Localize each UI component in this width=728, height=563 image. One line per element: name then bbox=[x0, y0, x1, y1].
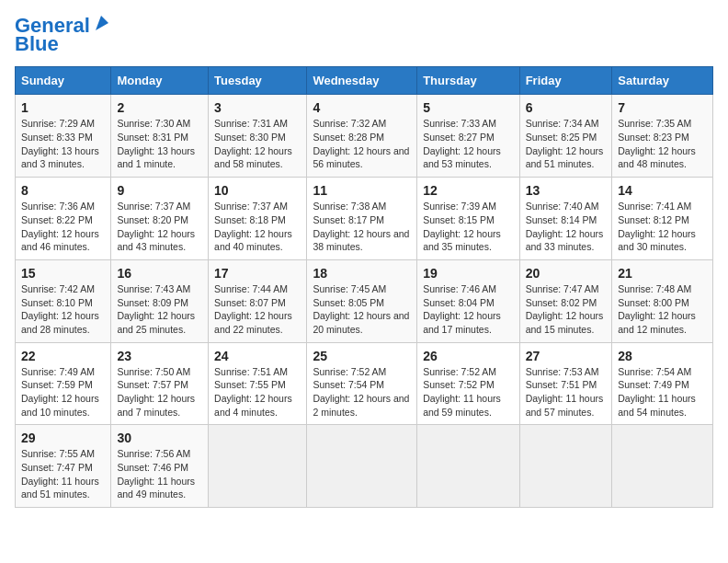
day-number: 3 bbox=[214, 100, 301, 115]
day-number: 17 bbox=[214, 266, 301, 281]
day-info: Sunrise: 7:54 AMSunset: 7:49 PMDaylight:… bbox=[618, 366, 696, 418]
day-number: 8 bbox=[21, 183, 105, 198]
calendar-cell bbox=[307, 425, 417, 508]
day-info: Sunrise: 7:43 AMSunset: 8:09 PMDaylight:… bbox=[117, 283, 195, 335]
day-number: 19 bbox=[423, 266, 513, 281]
header-thursday: Thursday bbox=[417, 67, 519, 95]
day-number: 22 bbox=[21, 349, 105, 363]
day-number: 28 bbox=[618, 349, 707, 363]
page-header: General Blue bbox=[15, 15, 713, 55]
day-number: 27 bbox=[526, 349, 607, 363]
day-info: Sunrise: 7:47 AMSunset: 8:02 PMDaylight:… bbox=[526, 283, 604, 335]
calendar-cell: 11 Sunrise: 7:38 AMSunset: 8:17 PMDaylig… bbox=[307, 178, 417, 260]
calendar-cell: 6 Sunrise: 7:34 AMSunset: 8:25 PMDayligh… bbox=[519, 95, 612, 178]
header-wednesday: Wednesday bbox=[307, 67, 417, 95]
day-info: Sunrise: 7:41 AMSunset: 8:12 PMDaylight:… bbox=[618, 201, 696, 252]
day-number: 14 bbox=[618, 183, 707, 198]
calendar-cell: 15 Sunrise: 7:42 AMSunset: 8:10 PMDaylig… bbox=[16, 259, 111, 342]
day-info: Sunrise: 7:44 AMSunset: 8:07 PMDaylight:… bbox=[214, 283, 292, 335]
calendar-cell: 25 Sunrise: 7:52 AMSunset: 7:54 PMDaylig… bbox=[307, 342, 417, 425]
day-info: Sunrise: 7:53 AMSunset: 7:51 PMDaylight:… bbox=[526, 366, 604, 418]
week-row-4: 22 Sunrise: 7:49 AMSunset: 7:59 PMDaylig… bbox=[16, 342, 713, 425]
week-row-3: 15 Sunrise: 7:42 AMSunset: 8:10 PMDaylig… bbox=[16, 259, 713, 342]
calendar-cell: 26 Sunrise: 7:52 AMSunset: 7:52 PMDaylig… bbox=[417, 342, 519, 425]
day-number: 30 bbox=[117, 431, 202, 445]
calendar-cell: 19 Sunrise: 7:46 AMSunset: 8:04 PMDaylig… bbox=[417, 259, 519, 342]
day-info: Sunrise: 7:52 AMSunset: 7:52 PMDaylight:… bbox=[423, 366, 501, 418]
calendar-cell: 24 Sunrise: 7:51 AMSunset: 7:55 PMDaylig… bbox=[209, 342, 307, 425]
calendar-cell: 5 Sunrise: 7:33 AMSunset: 8:27 PMDayligh… bbox=[417, 95, 519, 178]
calendar-cell: 14 Sunrise: 7:41 AMSunset: 8:12 PMDaylig… bbox=[612, 178, 713, 260]
calendar-table: SundayMondayTuesdayWednesdayThursdayFrid… bbox=[15, 66, 713, 508]
calendar-cell: 2 Sunrise: 7:30 AMSunset: 8:31 PMDayligh… bbox=[111, 95, 209, 178]
calendar-cell bbox=[417, 425, 519, 508]
day-info: Sunrise: 7:35 AMSunset: 8:23 PMDaylight:… bbox=[618, 118, 696, 169]
day-number: 4 bbox=[313, 100, 411, 115]
calendar-cell bbox=[209, 425, 307, 508]
day-number: 2 bbox=[117, 100, 202, 115]
calendar-cell: 9 Sunrise: 7:37 AMSunset: 8:20 PMDayligh… bbox=[111, 178, 209, 260]
week-row-5: 29 Sunrise: 7:55 AMSunset: 7:47 PMDaylig… bbox=[16, 425, 713, 508]
logo: General Blue bbox=[15, 15, 112, 55]
day-info: Sunrise: 7:45 AMSunset: 8:05 PMDaylight:… bbox=[313, 283, 409, 335]
header-sunday: Sunday bbox=[16, 67, 111, 95]
calendar-cell: 21 Sunrise: 7:48 AMSunset: 8:00 PMDaylig… bbox=[612, 259, 713, 342]
day-number: 23 bbox=[117, 349, 202, 363]
day-number: 1 bbox=[21, 100, 105, 115]
calendar-cell: 12 Sunrise: 7:39 AMSunset: 8:15 PMDaylig… bbox=[417, 178, 519, 260]
day-info: Sunrise: 7:40 AMSunset: 8:14 PMDaylight:… bbox=[526, 201, 604, 252]
day-info: Sunrise: 7:37 AMSunset: 8:18 PMDaylight:… bbox=[214, 201, 292, 252]
day-number: 20 bbox=[526, 266, 607, 281]
calendar-cell: 20 Sunrise: 7:47 AMSunset: 8:02 PMDaylig… bbox=[519, 259, 612, 342]
calendar-cell: 28 Sunrise: 7:54 AMSunset: 7:49 PMDaylig… bbox=[612, 342, 713, 425]
day-info: Sunrise: 7:39 AMSunset: 8:15 PMDaylight:… bbox=[423, 201, 501, 252]
day-info: Sunrise: 7:55 AMSunset: 7:47 PMDaylight:… bbox=[21, 448, 99, 500]
calendar-cell: 22 Sunrise: 7:49 AMSunset: 7:59 PMDaylig… bbox=[16, 342, 111, 425]
day-info: Sunrise: 7:51 AMSunset: 7:55 PMDaylight:… bbox=[214, 366, 292, 418]
week-row-2: 8 Sunrise: 7:36 AMSunset: 8:22 PMDayligh… bbox=[16, 178, 713, 260]
day-number: 21 bbox=[618, 266, 707, 281]
calendar-cell: 3 Sunrise: 7:31 AMSunset: 8:30 PMDayligh… bbox=[209, 95, 307, 178]
day-info: Sunrise: 7:34 AMSunset: 8:25 PMDaylight:… bbox=[526, 118, 604, 169]
day-info: Sunrise: 7:49 AMSunset: 7:59 PMDaylight:… bbox=[21, 366, 99, 418]
day-info: Sunrise: 7:52 AMSunset: 7:54 PMDaylight:… bbox=[313, 366, 409, 418]
calendar-cell: 30 Sunrise: 7:56 AMSunset: 7:46 PMDaylig… bbox=[111, 425, 209, 508]
day-number: 6 bbox=[526, 100, 607, 115]
day-number: 5 bbox=[423, 100, 513, 115]
calendar-cell: 1 Sunrise: 7:29 AMSunset: 8:33 PMDayligh… bbox=[16, 95, 111, 178]
day-number: 11 bbox=[313, 183, 411, 198]
calendar-cell: 8 Sunrise: 7:36 AMSunset: 8:22 PMDayligh… bbox=[16, 178, 111, 260]
day-info: Sunrise: 7:31 AMSunset: 8:30 PMDaylight:… bbox=[214, 118, 292, 169]
calendar-cell: 13 Sunrise: 7:40 AMSunset: 8:14 PMDaylig… bbox=[519, 178, 612, 260]
day-info: Sunrise: 7:42 AMSunset: 8:10 PMDaylight:… bbox=[21, 283, 99, 335]
day-info: Sunrise: 7:32 AMSunset: 8:28 PMDaylight:… bbox=[313, 118, 409, 169]
day-number: 13 bbox=[526, 183, 607, 198]
calendar-cell: 7 Sunrise: 7:35 AMSunset: 8:23 PMDayligh… bbox=[612, 95, 713, 178]
calendar-cell: 10 Sunrise: 7:37 AMSunset: 8:18 PMDaylig… bbox=[209, 178, 307, 260]
day-info: Sunrise: 7:33 AMSunset: 8:27 PMDaylight:… bbox=[423, 118, 501, 169]
day-info: Sunrise: 7:46 AMSunset: 8:04 PMDaylight:… bbox=[423, 283, 501, 335]
calendar-cell bbox=[519, 425, 612, 508]
day-number: 16 bbox=[117, 266, 202, 281]
day-number: 26 bbox=[423, 349, 513, 363]
calendar-cell: 29 Sunrise: 7:55 AMSunset: 7:47 PMDaylig… bbox=[16, 425, 111, 508]
day-number: 7 bbox=[618, 100, 707, 115]
day-number: 12 bbox=[423, 183, 513, 198]
calendar-cell: 17 Sunrise: 7:44 AMSunset: 8:07 PMDaylig… bbox=[209, 259, 307, 342]
logo-arrow-icon bbox=[92, 14, 112, 34]
day-number: 9 bbox=[117, 183, 202, 198]
day-info: Sunrise: 7:38 AMSunset: 8:17 PMDaylight:… bbox=[313, 201, 409, 252]
calendar-cell bbox=[612, 425, 713, 508]
calendar-cell: 4 Sunrise: 7:32 AMSunset: 8:28 PMDayligh… bbox=[307, 95, 417, 178]
day-info: Sunrise: 7:56 AMSunset: 7:46 PMDaylight:… bbox=[117, 448, 195, 500]
day-info: Sunrise: 7:48 AMSunset: 8:00 PMDaylight:… bbox=[618, 283, 696, 335]
day-number: 15 bbox=[21, 266, 105, 281]
day-info: Sunrise: 7:29 AMSunset: 8:33 PMDaylight:… bbox=[21, 118, 99, 169]
day-info: Sunrise: 7:36 AMSunset: 8:22 PMDaylight:… bbox=[21, 201, 99, 252]
calendar-cell: 18 Sunrise: 7:45 AMSunset: 8:05 PMDaylig… bbox=[307, 259, 417, 342]
calendar-header-row: SundayMondayTuesdayWednesdayThursdayFrid… bbox=[16, 67, 713, 95]
svg-marker-0 bbox=[96, 16, 108, 30]
calendar-body: 1 Sunrise: 7:29 AMSunset: 8:33 PMDayligh… bbox=[16, 95, 713, 508]
calendar-cell: 27 Sunrise: 7:53 AMSunset: 7:51 PMDaylig… bbox=[519, 342, 612, 425]
day-number: 18 bbox=[313, 266, 411, 281]
